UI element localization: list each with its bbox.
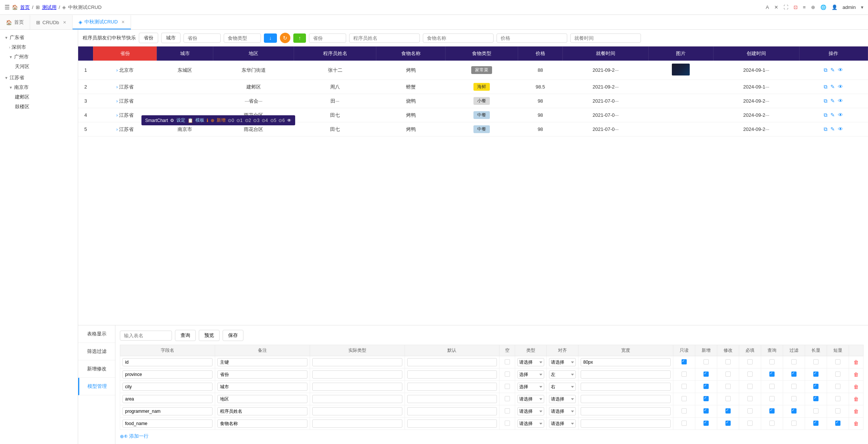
download-btn[interactable]: ↓ — [264, 33, 277, 43]
field-food-long[interactable] — [813, 421, 818, 426]
tab-midautumn-close[interactable]: ✕ — [121, 20, 125, 25]
field-province-long[interactable] — [813, 371, 818, 377]
province-expand-icon[interactable]: › — [116, 98, 118, 104]
field-city-type-select[interactable]: 选择 — [517, 383, 544, 391]
copy-action-icon[interactable]: ⧉ — [824, 98, 827, 104]
field-city-name[interactable] — [122, 383, 213, 391]
edit-action-icon[interactable]: ✎ — [830, 84, 835, 90]
view-action-icon[interactable]: 👁 — [838, 112, 843, 118]
tree-node-shenzhen[interactable]: ›深圳市 — [0, 42, 78, 52]
field-id-delete[interactable]: 🗑 — [853, 359, 859, 365]
field-programmer-long[interactable] — [813, 408, 818, 414]
field-id-type[interactable] — [312, 358, 402, 366]
field-id-add[interactable] — [703, 359, 709, 364]
tree-node-jiangsu[interactable]: ▼江苏省 — [0, 73, 78, 83]
field-area-delete[interactable]: 🗑 — [853, 396, 859, 402]
tab-home[interactable]: 🏠 首页 — [0, 15, 30, 29]
field-area-edit[interactable] — [725, 396, 731, 401]
tree-node-nanjing[interactable]: ▼南京市 — [0, 83, 78, 92]
field-programmer-add[interactable] — [703, 408, 709, 414]
sc-new-label[interactable]: 新增 — [217, 117, 226, 123]
nav-model[interactable]: 模型管理 — [78, 378, 115, 395]
field-food-short[interactable] — [835, 421, 840, 426]
admin-dropdown-icon[interactable]: ▾ — [861, 4, 864, 10]
field-area-comment[interactable] — [217, 395, 307, 403]
field-province-short[interactable] — [835, 371, 840, 377]
fullscreen-icon[interactable]: ⛶ — [784, 4, 788, 10]
settings-icon[interactable]: ⚙ — [170, 118, 174, 123]
field-province-align-select[interactable]: 左 — [549, 370, 576, 379]
field-programmer-delete[interactable]: 🗑 — [853, 408, 859, 414]
tree-node-tianhe[interactable]: 天河区 — [0, 62, 78, 71]
sc-n6[interactable]: ⊙6 — [278, 118, 285, 123]
edit-action-icon[interactable]: ✎ — [830, 98, 835, 104]
field-city-nullable[interactable] — [505, 384, 510, 389]
field-food-align-select[interactable]: 请选择 — [549, 419, 576, 428]
field-food-comment[interactable] — [217, 419, 307, 428]
field-programmer-required[interactable] — [747, 408, 753, 414]
copy-action-icon[interactable]: ⧉ — [824, 126, 827, 132]
sc-n3[interactable]: ⊙3 — [253, 118, 259, 123]
field-programmer-filter[interactable] — [791, 408, 797, 414]
programmer-name-input[interactable] — [349, 33, 420, 43]
view-action-icon[interactable]: 👁 — [838, 126, 843, 132]
province-select[interactable]: 省份 — [184, 33, 221, 43]
tab-crudb-close[interactable]: ✕ — [63, 20, 66, 25]
field-city-required[interactable] — [747, 384, 753, 389]
field-programmer-align-select[interactable]: 请选择 — [549, 407, 576, 415]
edit-action-icon[interactable]: ✎ — [830, 67, 835, 73]
field-id-query[interactable] — [769, 359, 775, 364]
template-icon[interactable]: 📋 — [188, 118, 193, 123]
field-area-query[interactable] — [769, 396, 775, 401]
field-id-nullable[interactable] — [505, 359, 510, 364]
field-area-type[interactable] — [312, 395, 402, 403]
field-id-edit[interactable] — [725, 359, 731, 364]
field-programmer-name[interactable] — [122, 407, 213, 415]
field-city-readonly[interactable] — [682, 384, 687, 389]
field-food-name[interactable] — [122, 419, 213, 428]
field-id-comment[interactable] — [217, 358, 307, 366]
star-icon[interactable]: ⊕ — [811, 4, 815, 10]
template-label[interactable]: 模板 — [195, 117, 204, 123]
field-province-required[interactable] — [747, 371, 753, 377]
edit-action-icon[interactable]: ✎ — [830, 112, 835, 118]
field-province-nullable[interactable] — [505, 371, 510, 377]
tree-node-jianye[interactable]: 建邺区 — [0, 92, 78, 102]
field-area-required[interactable] — [747, 396, 753, 401]
field-id-short[interactable] — [835, 359, 840, 364]
globe-icon[interactable]: 🌐 — [820, 4, 826, 10]
filter-province-btn[interactable]: 省份 — [139, 33, 158, 43]
copy-action-icon[interactable]: ⧉ — [824, 112, 827, 118]
breadcrumb-home[interactable]: 首页 — [20, 4, 30, 11]
field-area-default[interactable] — [407, 395, 497, 403]
province-expand-icon[interactable]: › — [116, 112, 118, 118]
field-programmer-default[interactable] — [407, 407, 497, 415]
table-name-input[interactable] — [120, 331, 172, 341]
field-programmer-type[interactable] — [312, 407, 402, 415]
field-province-query[interactable] — [769, 371, 775, 377]
field-area-align-select[interactable]: 请选择 — [549, 395, 576, 403]
breadcrumb-test[interactable]: 测试用 — [42, 4, 57, 11]
view-action-icon[interactable]: 👁 — [838, 84, 843, 90]
field-city-edit[interactable] — [725, 384, 731, 389]
settings-label[interactable]: 设定 — [176, 117, 185, 123]
field-province-comment[interactable] — [217, 370, 307, 379]
field-food-required[interactable] — [747, 421, 753, 426]
grid-icon[interactable]: ⊡ — [794, 4, 798, 10]
field-programmer-short[interactable] — [835, 408, 840, 414]
field-id-long[interactable] — [813, 359, 818, 364]
meal-time-input[interactable] — [570, 33, 641, 43]
field-city-type[interactable] — [312, 383, 402, 391]
food-name-input[interactable] — [423, 33, 494, 43]
nav-table-display[interactable]: 表格显示 — [78, 325, 115, 343]
field-id-type-select[interactable]: 请选择 — [517, 358, 544, 366]
preview-btn[interactable]: 预览 — [199, 330, 220, 341]
menu-icon[interactable]: ☰ — [4, 4, 10, 11]
field-city-short[interactable] — [835, 384, 840, 389]
field-area-add[interactable] — [703, 396, 709, 401]
field-area-width[interactable] — [581, 395, 671, 403]
field-city-default[interactable] — [407, 383, 497, 391]
save-btn[interactable]: 保存 — [223, 330, 243, 341]
field-province-delete[interactable]: 🗑 — [853, 371, 859, 377]
font-icon[interactable]: A — [766, 4, 769, 10]
